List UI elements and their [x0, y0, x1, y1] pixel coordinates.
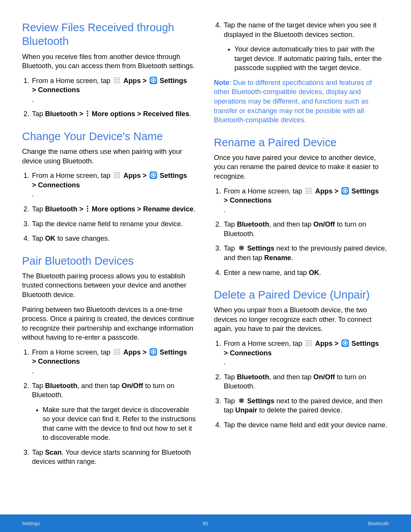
body-text: When you unpair from a Bluetooth device,…	[214, 305, 389, 334]
list-item: Tap Bluetooth, and then tap On/Off to tu…	[223, 220, 389, 238]
heading-review-files: Review Files Received through Bluetooth	[22, 21, 197, 48]
body-text: The Bluetooth pairing process allows you…	[22, 272, 197, 300]
apps-icon	[113, 77, 121, 84]
sub-list-item: Your device automatically tries to pair …	[234, 45, 389, 73]
list-item: From a Home screen, tap Apps > Settings …	[31, 348, 197, 376]
settings-icon	[341, 187, 349, 195]
list-item: Tap the device name field to rename your…	[31, 219, 197, 229]
list-item: Tap OK to save changes.	[31, 234, 197, 243]
list-item: Tap Bluetooth, and then tap On/Off to tu…	[223, 372, 389, 391]
steps-list: From a Home screen, tap Apps > Settings …	[22, 348, 197, 466]
heading-change-name: Change Your Device's Name	[22, 129, 197, 143]
body-text: Pairing between two Bluetooth devices is…	[22, 305, 197, 342]
list-item: Tap Bluetooth, and then tap On/Off to tu…	[31, 381, 197, 443]
settings-icon	[150, 171, 157, 179]
list-item: Tap the name of the target device when y…	[223, 21, 389, 73]
steps-list: From a Home screen, tap Apps > Settings …	[22, 76, 197, 119]
page-footer: Settings 65 Bluetooth	[0, 514, 411, 532]
apps-icon	[305, 187, 312, 195]
body-text: Change the name others use when pairing …	[22, 147, 197, 166]
steps-list: From a Home screen, tap Apps > Settings …	[214, 187, 389, 278]
footer-page-number: 65	[203, 521, 208, 526]
list-item: From a Home screen, tap Apps > Settings …	[223, 339, 389, 367]
footer-left: Settings	[22, 521, 40, 526]
note-text: Note: Due to different specifications an…	[214, 78, 389, 125]
sub-list-item: Make sure that the target device is disc…	[43, 405, 197, 443]
list-item: Tap Bluetooth > More options > Rename de…	[31, 204, 197, 214]
heading-delete-paired: Delete a Paired Device (Unpair)	[214, 288, 389, 302]
settings-icon	[150, 77, 157, 84]
list-item: Tap Settings next to the previously pair…	[223, 244, 389, 262]
more-options-icon	[86, 110, 89, 117]
more-options-icon	[86, 205, 89, 212]
footer-right: Bluetooth	[368, 521, 389, 526]
heading-pair-devices: Pair Bluetooth Devices	[22, 254, 197, 268]
list-item: Tap Bluetooth > More options > Received …	[31, 109, 197, 119]
list-item: From a Home screen, tap Apps > Settings …	[223, 187, 389, 215]
list-item: From a Home screen, tap Apps > Settings …	[31, 171, 197, 199]
list-item: Tap Scan. Your device starts scanning fo…	[31, 448, 197, 466]
steps-list: From a Home screen, tap Apps > Settings …	[214, 339, 389, 430]
list-item: Tap Settings next to the paired device, …	[223, 396, 389, 415]
page-content: Review Files Received through Bluetooth …	[0, 0, 411, 491]
body-text: When you receive files from another devi…	[22, 52, 197, 71]
gear-icon	[237, 397, 244, 404]
settings-icon	[341, 339, 349, 347]
list-item: Enter a new name, and tap OK.	[223, 268, 389, 278]
steps-list: Tap the name of the target device when y…	[214, 21, 389, 73]
steps-list: From a Home screen, tap Apps > Settings …	[22, 171, 197, 243]
list-item: From a Home screen, tap Apps > Settings …	[31, 76, 197, 104]
heading-rename-paired: Rename a Paired Device	[214, 136, 389, 149]
apps-icon	[305, 339, 312, 347]
apps-icon	[113, 348, 121, 356]
gear-icon	[237, 244, 244, 251]
body-text: Once you have paired your device to anot…	[214, 153, 389, 181]
list-item: Tap the device name field and edit your …	[223, 420, 389, 430]
settings-icon	[150, 348, 157, 356]
apps-icon	[113, 171, 121, 179]
